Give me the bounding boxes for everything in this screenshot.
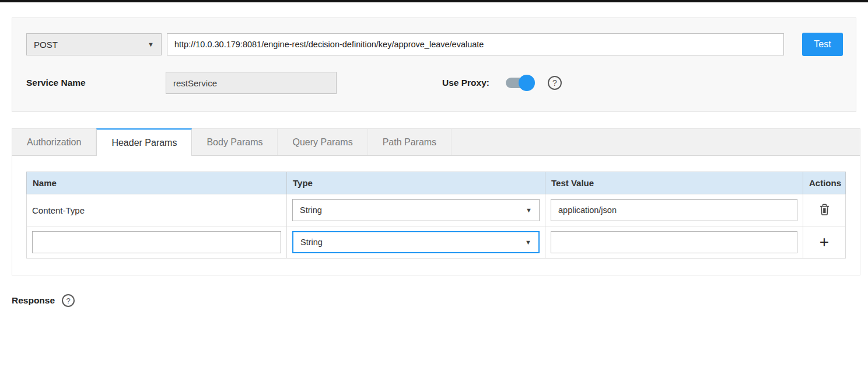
- chevron-down-icon: ▼: [148, 41, 154, 48]
- params-section: Authorization Header Params Body Params …: [12, 128, 860, 275]
- column-header-type: Type: [287, 172, 545, 194]
- toggle-thumb: [519, 75, 535, 91]
- http-method-select[interactable]: POST ▼: [26, 33, 162, 55]
- param-type-select[interactable]: String ▼: [292, 199, 540, 221]
- url-input[interactable]: [167, 33, 784, 55]
- header-params-panel: Name Type Test Value Actions Content-Typ…: [12, 156, 860, 275]
- param-name-text: Content-Type: [27, 194, 287, 226]
- header-params-table: Name Type Test Value Actions Content-Typ…: [26, 172, 846, 259]
- column-header-test-value: Test Value: [545, 172, 803, 194]
- new-param-test-value-input[interactable]: [551, 231, 797, 253]
- table-row: String ▼ +: [27, 226, 846, 259]
- top-black-bar: [0, 0, 868, 2]
- table-row: Content-Type String ▼: [27, 194, 846, 226]
- request-panel: POST ▼ Test Service Name Use Proxy: ?: [12, 18, 856, 112]
- column-header-actions: Actions: [803, 172, 846, 194]
- add-row-button[interactable]: +: [816, 233, 833, 251]
- param-type-value: String: [300, 205, 322, 215]
- tab-body-params[interactable]: Body Params: [192, 129, 278, 155]
- tab-strip-filler: [452, 129, 860, 155]
- service-row: Service Name Use Proxy: ?: [26, 72, 843, 94]
- response-section: Response ?: [12, 294, 868, 307]
- trash-icon: [820, 204, 830, 217]
- tab-authorization[interactable]: Authorization: [12, 129, 96, 155]
- response-label: Response: [12, 295, 55, 306]
- new-param-type-select[interactable]: String ▼: [292, 231, 540, 253]
- tab-path-params[interactable]: Path Params: [368, 129, 452, 155]
- chevron-down-icon: ▼: [525, 239, 531, 246]
- use-proxy-label: Use Proxy:: [442, 78, 489, 88]
- chevron-down-icon: ▼: [526, 207, 532, 214]
- response-help-icon[interactable]: ?: [62, 294, 75, 307]
- column-header-name: Name: [27, 172, 287, 194]
- table-header-row: Name Type Test Value Actions: [27, 172, 846, 194]
- tab-query-params[interactable]: Query Params: [278, 129, 368, 155]
- use-proxy-toggle[interactable]: [505, 75, 535, 91]
- service-name-input[interactable]: [166, 72, 337, 94]
- delete-row-button[interactable]: [816, 201, 833, 219]
- test-button[interactable]: Test: [802, 33, 843, 56]
- proxy-help-icon[interactable]: ?: [548, 76, 562, 90]
- param-test-value-input[interactable]: [551, 199, 797, 221]
- tab-header-params[interactable]: Header Params: [96, 128, 192, 156]
- plus-icon: +: [820, 234, 829, 250]
- tab-strip: Authorization Header Params Body Params …: [12, 128, 860, 156]
- param-type-value: String: [300, 238, 323, 247]
- new-param-name-input[interactable]: [32, 231, 281, 253]
- http-method-value: POST: [34, 40, 58, 50]
- service-name-label: Service Name: [26, 78, 166, 88]
- request-row: POST ▼ Test: [26, 33, 843, 56]
